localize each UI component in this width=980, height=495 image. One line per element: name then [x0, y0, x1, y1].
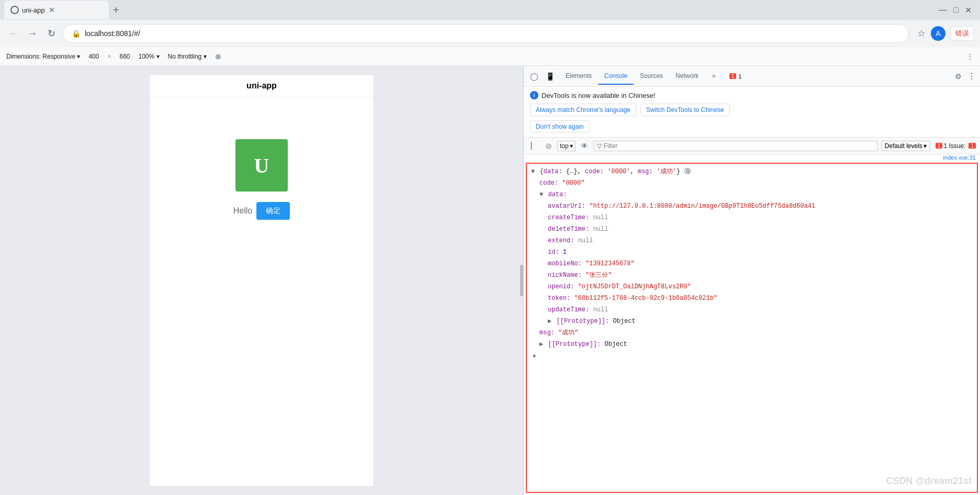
id-key: id: [548, 249, 559, 256]
hello-row: Hello 确定 [233, 202, 290, 220]
address-bar: ← → ↻ 🔒 localhost:8081/#/ ☆ A 错误 [0, 20, 980, 47]
match-language-button[interactable]: Always match Chrome's language [530, 104, 636, 116]
context-selector[interactable]: top ▾ [557, 141, 576, 151]
minimize-button[interactable]: — [939, 5, 947, 15]
code-val: "0000" [562, 179, 584, 187]
filter-bar[interactable]: ▽ [593, 141, 878, 151]
proto2-key: [[Prototype]]: [548, 341, 601, 348]
sidebar-toggle-icon[interactable]: ▏ [528, 140, 539, 152]
avatar-val: "http://127.0.0.1:8080/admin/image/GBp9T… [589, 203, 815, 210]
device-toggle-icon[interactable]: 📱 [544, 70, 556, 83]
default-levels-selector[interactable]: Default levels ▾ [881, 141, 930, 151]
profile-icon[interactable]: A [931, 26, 945, 41]
eye-icon[interactable]: 👁 [579, 140, 590, 152]
expand-bottom[interactable]: ► [527, 350, 977, 362]
settings-icon[interactable]: ⚙ [952, 70, 964, 83]
devtools-tabs: Elements Console Sources Network » [559, 68, 722, 85]
error-button[interactable]: 错误 [951, 26, 974, 41]
dimensions-label[interactable]: Dimensions: Responsive ▾ [6, 53, 80, 60]
devtools-notification: i DevTools is now available in Chinese! … [524, 87, 980, 138]
token-key: token: [548, 295, 570, 302]
device-frame: uni-app U Hello 确定 [149, 74, 374, 487]
log-mobile-no: mobileNo: "13912345678" [527, 258, 977, 269]
log-openid: openid: "ojtNJ5DrDT_OalDNjhAgT8Lvs2R0" [527, 281, 977, 292]
log-entry-main: {data: {…}, code: '0000', msg: '成功'} Ⓑ [527, 166, 977, 177]
zoom-selector[interactable]: 100% ▾ [138, 53, 159, 60]
tab-console[interactable]: Console [598, 68, 634, 85]
tab-elements[interactable]: Elements [559, 68, 598, 85]
new-tab-button[interactable]: + [113, 4, 119, 16]
issues-label: 1 [738, 73, 741, 80]
log-avatar-url: avatarUrl: "http://127.0.0.1:8080/admin/… [527, 200, 977, 212]
notification-buttons: Always match Chrome's language Switch De… [530, 104, 974, 116]
url-text: localhost:8081/#/ [85, 29, 900, 38]
expand-triangle[interactable]: ► [531, 352, 538, 360]
forward-button[interactable]: → [25, 26, 40, 41]
tab-close-button[interactable]: ✕ [49, 6, 55, 14]
width-input[interactable]: 400 [88, 53, 99, 60]
url-bar[interactable]: 🔒 localhost:8081/#/ [63, 24, 909, 43]
more-devtools-button[interactable]: ⋮ [967, 71, 976, 81]
tab-favicon [10, 6, 19, 14]
proto2-val: Object [604, 341, 627, 348]
back-button[interactable]: ← [6, 26, 21, 41]
inspect-icon[interactable]: ◯ [528, 70, 540, 83]
scrollbar-handle[interactable] [520, 265, 523, 296]
height-input[interactable]: 660 [119, 53, 130, 60]
hello-text: Hello [233, 206, 252, 216]
reload-button[interactable]: ↻ [44, 26, 59, 41]
console-toolbar: ▏ ◎ top ▾ 👁 ▽ Default levels ▾ 1 1 Issue… [524, 138, 980, 154]
log-msg: msg: "成功" [527, 327, 977, 339]
log-token: token: "68b112f5-1788-4ccb-92c9-1b6a854c… [527, 292, 977, 304]
app-title: uni-app [150, 75, 374, 97]
msg-val: "成功" [558, 329, 578, 336]
token-val: "68b112f5-1788-4ccb-92c9-1b6a854c921b" [574, 295, 717, 302]
data-expand-arrow[interactable] [539, 191, 543, 198]
devtools-header: ◯ 📱 Elements Console Sources Network » 1… [524, 66, 980, 87]
mobile-val: "13912345678" [585, 260, 635, 267]
log-prototype-2: [[Prototype]]: Object [527, 339, 977, 350]
file-link[interactable]: index.vue:31 [524, 154, 980, 161]
log-code: code: "0000" [527, 177, 977, 189]
log-summary: {data: {…}, code: '0000', msg: '成功'} Ⓑ [539, 168, 690, 175]
proto2-expand-arrow[interactable] [539, 341, 543, 348]
throttle-selector[interactable]: No throttling ▾ [168, 53, 207, 60]
bookmark-icon[interactable]: ☆ [917, 28, 926, 39]
expand-arrow[interactable] [531, 168, 535, 175]
update-time-key: updateTime: [548, 306, 589, 313]
tab-more[interactable]: » [706, 68, 722, 85]
data-key: data: [548, 191, 567, 198]
log-id: id: 1 [527, 246, 977, 258]
extend-key: extend: [548, 237, 574, 244]
watermark: CSDN @dream21st [886, 476, 972, 487]
console-output: {data: {…}, code: '0000', msg: '成功'} Ⓑ c… [526, 163, 978, 493]
maximize-button[interactable]: □ [953, 5, 959, 15]
info-icon: i [530, 91, 538, 99]
filter-input[interactable] [604, 142, 874, 150]
openid-val: "ojtNJ5DrDT_OalDNjhAgT8Lvs2R0" [578, 283, 691, 290]
more-options-button[interactable]: ⋮ [966, 52, 974, 61]
issues-badge: 1 [729, 73, 737, 79]
log-delete-time: deleteTime: null [527, 223, 977, 235]
tab-sources[interactable]: Sources [634, 68, 669, 85]
proto-expand-arrow[interactable] [548, 318, 551, 325]
uni-logo: U [235, 139, 288, 192]
avatar-key: avatarUrl: [548, 203, 585, 210]
sensor-icon[interactable]: ⊗ [215, 52, 221, 61]
delete-time-val: null [593, 226, 608, 233]
clear-console-icon[interactable]: ◎ [543, 140, 554, 152]
devtools-panel: ◯ 📱 Elements Console Sources Network » 1… [523, 66, 980, 495]
switch-devtools-button[interactable]: Switch DevTools to Chinese [640, 104, 730, 116]
extend-val: null [578, 237, 593, 244]
confirm-button[interactable]: 确定 [256, 202, 290, 220]
log-create-time: createTime: null [527, 212, 977, 223]
close-button[interactable]: ✕ [965, 5, 972, 15]
tab-network[interactable]: Network [669, 68, 705, 85]
browser-viewport: uni-app U Hello 确定 [0, 66, 523, 495]
active-tab[interactable]: uni-app ✕ [4, 1, 109, 19]
msg-key: msg: [539, 329, 555, 336]
issues-count-badge: 1 [936, 143, 943, 149]
issues-count: 1 1 Issue: 1 [933, 142, 976, 150]
dont-show-again-button[interactable]: Don't show again [530, 120, 590, 133]
create-time-key: createTime: [548, 214, 589, 221]
